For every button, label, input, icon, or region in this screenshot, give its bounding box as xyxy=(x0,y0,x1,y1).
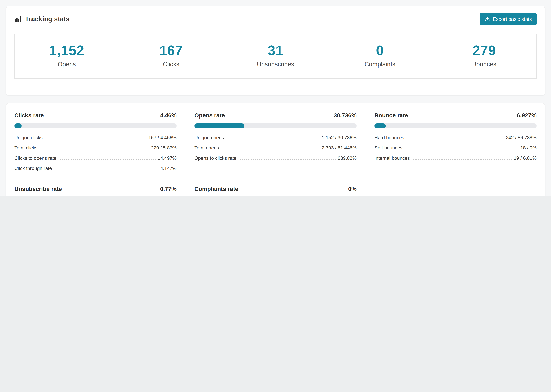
rate-row-value: 19 / 6.81% xyxy=(514,155,537,161)
stat-value: 0 xyxy=(328,43,432,58)
tracking-stats-header: Tracking stats Export basic stats xyxy=(6,6,545,30)
rate-row-value: 242 / 86.738% xyxy=(506,135,537,140)
stat-box: 0Complaints xyxy=(327,34,432,79)
rate-title: Opens rate xyxy=(194,112,225,119)
rate-column: Complaints rate0%Complaints0 xyxy=(194,186,357,196)
rate-column: Clicks rate4.46%Unique clicks167 / 4.456… xyxy=(14,112,177,173)
rate-row: Soft bounces18 / 0% xyxy=(374,143,537,153)
stat-label: Opens xyxy=(15,61,119,68)
tracking-stats-card: Tracking stats Export basic stats 1,152O… xyxy=(6,6,545,95)
rate-progress-track xyxy=(14,124,177,128)
dotted-leader xyxy=(239,159,336,160)
rate-title: Clicks rate xyxy=(14,112,44,119)
rate-row: Unique clicks167 / 4.456% xyxy=(14,132,177,143)
rate-row-label: Total clicks xyxy=(14,145,37,151)
rate-row-value: 14.497% xyxy=(158,155,177,161)
stat-value: 1,152 xyxy=(15,43,119,58)
rate-row: Total clicks220 / 5.87% xyxy=(14,143,177,153)
rate-row-label: Soft bounces xyxy=(374,145,402,151)
stat-box: 1,152Opens xyxy=(14,34,119,79)
rate-column: Unsubscribe rate0.77%Unsubscribes31 xyxy=(14,186,177,196)
rate-row: Click through rate4.147% xyxy=(14,163,177,173)
stat-value: 279 xyxy=(432,43,536,58)
stat-label: Clicks xyxy=(119,61,223,68)
stat-value: 31 xyxy=(224,43,327,58)
rate-row: Opens to clicks rate689.82% xyxy=(194,153,357,163)
rate-head: Complaints rate0% xyxy=(194,186,357,193)
rate-row-label: Clicks to opens rate xyxy=(14,155,57,161)
tracking-stats-title-row: Tracking stats xyxy=(14,15,70,23)
rate-row-label: Click through rate xyxy=(14,166,52,171)
rate-progress-fill xyxy=(194,124,244,128)
rate-value: 0% xyxy=(348,186,357,193)
rate-progress-fill xyxy=(14,124,21,128)
rate-row: Clicks to opens rate14.497% xyxy=(14,153,177,163)
rate-row-label: Unique opens xyxy=(194,135,224,140)
rate-value: 30.736% xyxy=(334,112,357,119)
rate-title: Bounce rate xyxy=(374,112,408,119)
rate-row: Total opens2,303 / 61.446% xyxy=(194,143,357,153)
rates-card: Clicks rate4.46%Unique clicks167 / 4.456… xyxy=(6,103,545,196)
rate-row-label: Unique clicks xyxy=(14,135,42,140)
export-button-label: Export basic stats xyxy=(493,16,532,22)
dotted-leader xyxy=(40,149,149,149)
rate-row: Unique opens1,152 / 30.736% xyxy=(194,132,357,143)
dotted-leader xyxy=(54,170,158,170)
rate-row: Internal bounces19 / 6.81% xyxy=(374,153,537,163)
rate-column: Opens rate30.736%Unique opens1,152 / 30.… xyxy=(194,112,357,173)
stat-label: Unsubscribes xyxy=(224,61,327,68)
rate-row-label: Opens to clicks rate xyxy=(194,155,236,161)
rate-row-value: 689.82% xyxy=(338,155,357,161)
dotted-leader xyxy=(404,149,518,149)
dotted-leader xyxy=(58,159,156,160)
rates-grid: Clicks rate4.46%Unique clicks167 / 4.456… xyxy=(14,112,537,196)
rate-row-value: 167 / 4.456% xyxy=(148,135,177,140)
rate-row-value: 2,303 / 61.446% xyxy=(322,145,357,151)
dashboard-viewport: Tracking stats Export basic stats 1,152O… xyxy=(0,0,551,196)
rate-head: Opens rate30.736% xyxy=(194,112,357,119)
rate-value: 0.77% xyxy=(160,186,177,193)
rate-column: Bounce rate6.927%Hard bounces242 / 86.73… xyxy=(374,112,537,173)
rate-row-value: 1,152 / 30.736% xyxy=(322,135,357,140)
page: Tracking stats Export basic stats 1,152O… xyxy=(0,0,551,196)
download-icon xyxy=(484,16,490,22)
rate-value: 4.46% xyxy=(160,112,177,119)
rate-head: Clicks rate4.46% xyxy=(14,112,177,119)
dotted-leader xyxy=(45,139,146,139)
stat-box: 31Unsubscribes xyxy=(223,34,328,79)
export-basic-stats-button[interactable]: Export basic stats xyxy=(480,13,537,25)
rate-row-value: 18 / 0% xyxy=(520,145,537,151)
rate-title: Unsubscribe rate xyxy=(14,186,62,193)
dotted-leader xyxy=(221,149,320,149)
page-title: Tracking stats xyxy=(25,15,70,23)
rate-row: Hard bounces242 / 86.738% xyxy=(374,132,537,143)
rate-progress-track xyxy=(194,124,357,128)
dotted-leader xyxy=(412,159,512,160)
stat-label: Bounces xyxy=(432,61,536,68)
rate-progress-fill xyxy=(374,124,386,128)
stat-label: Complaints xyxy=(328,61,432,68)
rate-row-value: 4.147% xyxy=(160,166,177,171)
stats-row: 1,152Opens167Clicks31Unsubscribes0Compla… xyxy=(14,34,537,79)
rate-head: Bounce rate6.927% xyxy=(374,112,537,119)
stat-box: 279Bounces xyxy=(432,34,537,79)
dotted-leader xyxy=(226,139,320,139)
stat-value: 167 xyxy=(119,43,223,58)
rate-title: Complaints rate xyxy=(194,186,238,193)
dotted-leader xyxy=(406,139,504,139)
rate-row-label: Internal bounces xyxy=(374,155,410,161)
rate-progress-track xyxy=(374,124,537,128)
rate-row-value: 220 / 5.87% xyxy=(151,145,177,151)
rate-row-label: Hard bounces xyxy=(374,135,404,140)
stat-box: 167Clicks xyxy=(119,34,224,79)
rate-row-label: Total opens xyxy=(194,145,219,151)
bar-chart-icon xyxy=(14,16,21,23)
rate-value: 6.927% xyxy=(517,112,537,119)
rate-head: Unsubscribe rate0.77% xyxy=(14,186,177,193)
